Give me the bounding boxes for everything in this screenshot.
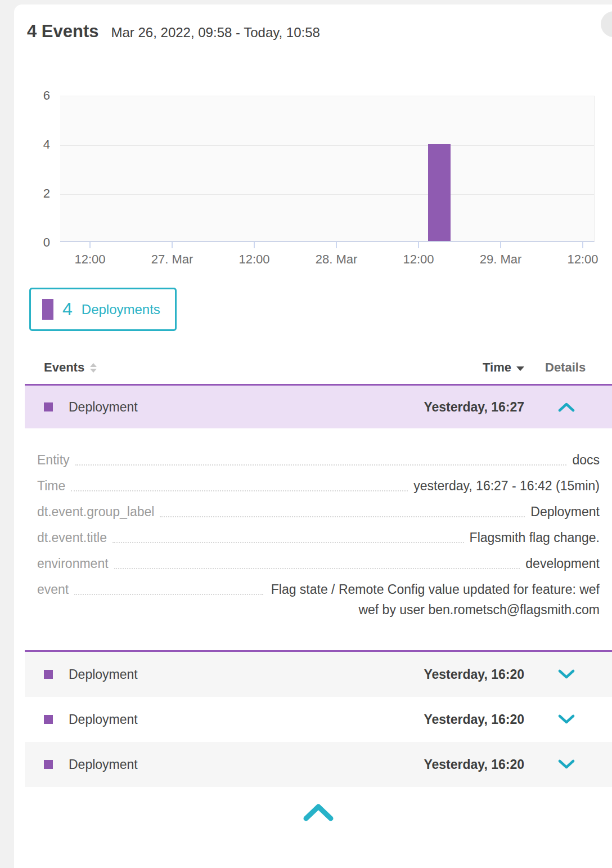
y-axis-tick: 2 [24, 186, 50, 202]
x-axis-tick: 27. Mar [151, 252, 194, 267]
event-time-label: Yesterday, 16:20 [424, 712, 524, 727]
chevron-up-icon[interactable] [558, 402, 575, 412]
deployments-bar[interactable] [428, 144, 451, 241]
y-axis-tick: 0 [24, 235, 50, 250]
x-axis-tickmark [336, 242, 337, 248]
event-group-expanded: Deployment Yesterday, 16:27 Entity docs … [25, 384, 612, 650]
x-axis-tickmark [582, 242, 583, 248]
detail-row: Time yesterday, 16:27 - 16:42 (15min) [37, 476, 600, 496]
dotted-leader [75, 464, 567, 466]
collapse-panel-control [25, 803, 612, 824]
table-row[interactable]: Deployment Yesterday, 16:20 [25, 652, 612, 697]
deployment-swatch-icon [44, 760, 53, 769]
deployment-swatch-icon [44, 715, 53, 724]
event-group-collapsed: Deployment Yesterday, 16:20 Deployment Y… [25, 650, 612, 787]
x-axis-tickmark [172, 242, 173, 248]
detail-key: Entity [37, 450, 70, 470]
detail-value: development [525, 553, 600, 574]
deployment-swatch-icon [44, 402, 53, 411]
detail-value: Flagsmith flag change. [470, 527, 600, 548]
deployments-swatch-icon [42, 299, 53, 320]
events-header-label: Events [44, 360, 84, 375]
info-icon[interactable]: i [601, 11, 612, 37]
legend-label: Deployments [82, 302, 160, 317]
column-header-time[interactable]: Time [483, 360, 524, 375]
collapse-chevron-up-icon[interactable] [303, 803, 334, 822]
dotted-leader [74, 594, 263, 595]
y-axis-tick: 4 [24, 137, 50, 153]
x-axis-tick: 29. Mar [480, 252, 522, 267]
x-axis-tick: 12:00 [74, 252, 105, 267]
event-details: Entity docs Time yesterday, 16:27 - 16:4… [25, 428, 612, 650]
gridline [60, 145, 594, 146]
detail-key: dt.event.title [37, 527, 107, 548]
legend-deployments-toggle[interactable]: 4 Deployments [29, 288, 177, 331]
event-time-label: Yesterday, 16:20 [424, 757, 524, 772]
plot-area [60, 96, 595, 242]
event-type-label: Deployment [69, 712, 138, 727]
x-axis-tickmark [500, 242, 501, 248]
event-type-label: Deployment [69, 667, 138, 682]
detail-row: dt.event.title Flagsmith flag change. [37, 527, 600, 548]
events-panel: i 4 Events Mar 26, 2022, 09:58 - Today, … [14, 5, 612, 868]
event-type-label: Deployment [69, 757, 138, 772]
x-axis-tickmark [89, 242, 91, 248]
time-header-label: Time [483, 360, 511, 375]
page-title: 4 Events [27, 21, 99, 42]
table-row[interactable]: Deployment Yesterday, 16:20 [25, 742, 612, 787]
chevron-down-icon[interactable] [558, 759, 575, 769]
y-axis-tick: 6 [24, 88, 50, 104]
sort-icon [90, 363, 97, 373]
detail-value: yesterday, 16:27 - 16:42 (15min) [413, 476, 600, 496]
detail-key: event [37, 579, 69, 620]
detail-row: dt.event.group_label Deployment [37, 502, 600, 522]
x-axis-tick: 12:00 [403, 252, 434, 267]
events-table: Events Time Details Deployment Yesterday… [25, 355, 612, 824]
detail-row: environment development [37, 553, 600, 574]
detail-row: Entity docs [37, 450, 600, 470]
sort-desc-icon [516, 366, 524, 371]
table-row[interactable]: Deployment Yesterday, 16:27 [25, 386, 612, 428]
panel-header: 4 Events Mar 26, 2022, 09:58 - Today, 10… [27, 21, 320, 42]
timeframe-label: Mar 26, 2022, 09:58 - Today, 10:58 [111, 25, 320, 41]
detail-value: Deployment [530, 502, 600, 522]
chevron-down-icon[interactable] [558, 669, 575, 679]
deployment-swatch-icon [44, 670, 53, 679]
column-header-details: Details [545, 360, 586, 375]
dotted-leader [160, 516, 525, 517]
x-axis-tick: 28. Mar [316, 252, 358, 267]
gridline [60, 194, 594, 195]
event-time-label: Yesterday, 16:20 [424, 667, 524, 682]
x-axis-tick: 12:00 [567, 252, 598, 267]
dotted-leader [114, 568, 520, 569]
table-header: Events Time Details [25, 355, 612, 384]
dotted-leader [71, 490, 408, 491]
detail-key: Time [37, 476, 65, 496]
legend-count: 4 [62, 299, 73, 320]
chevron-down-icon[interactable] [558, 714, 575, 724]
x-axis-tick: 12:00 [238, 252, 269, 267]
dotted-leader [112, 542, 464, 543]
event-time-label: Yesterday, 16:27 [424, 400, 524, 415]
detail-key: dt.event.group_label [37, 502, 154, 522]
detail-key: environment [37, 553, 109, 574]
column-header-events[interactable]: Events [44, 360, 97, 375]
table-row[interactable]: Deployment Yesterday, 16:20 [25, 697, 612, 742]
x-axis-tickmark [254, 242, 255, 248]
event-type-label: Deployment [69, 400, 138, 415]
detail-value: Flag state / Remote Config value updated… [269, 579, 600, 620]
detail-value: docs [572, 450, 600, 470]
x-axis-tickmark [418, 242, 419, 248]
detail-row: event Flag state / Remote Config value u… [37, 579, 600, 620]
